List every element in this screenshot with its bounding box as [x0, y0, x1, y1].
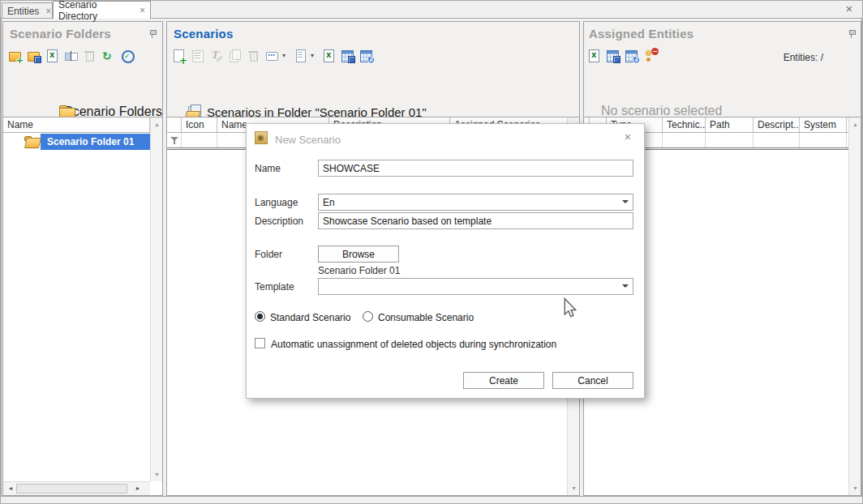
horizontal-scrollbar[interactable]: ◄ ► [3, 481, 150, 495]
standard-scenario-radio[interactable] [255, 311, 265, 322]
convert-document-icon[interactable] [294, 49, 308, 63]
open-folder-icon [24, 136, 39, 147]
name-input[interactable]: SHOWCASE [318, 160, 633, 177]
standard-scenario-label: Standard Scenario [270, 312, 350, 323]
delete-icon [83, 49, 97, 63]
comment-dropdown-icon[interactable]: ▾ [282, 49, 290, 63]
filter-cell[interactable] [754, 133, 800, 147]
tab-entities-label: Entities [7, 6, 39, 17]
comment-icon[interactable] [265, 49, 280, 63]
column-header-description[interactable]: Descript... [754, 117, 800, 132]
entities-path-label: Entities: / [784, 52, 823, 63]
chevron-down-icon[interactable] [622, 200, 629, 203]
delete-icon [247, 49, 261, 63]
mouse-cursor [563, 297, 577, 322]
new-scenario-icon[interactable] [172, 49, 187, 63]
assigned-entities-panel-title: Assigned Entities [589, 27, 693, 41]
scrollbar-thumb[interactable] [16, 484, 127, 493]
template-label: Template [255, 281, 294, 293]
scroll-left-icon[interactable]: ◄ [5, 483, 16, 494]
scroll-up-icon[interactable]: ▲ [151, 118, 162, 130]
new-scenario-dialog: New Scenario × Name SHOWCASE Language En… [246, 123, 645, 399]
filter-cell[interactable] [706, 133, 754, 147]
tab-scenario-directory-close-icon[interactable]: × [140, 6, 145, 15]
pin-icon[interactable] [148, 29, 157, 39]
description-input[interactable]: Showcase Scenario based on template [318, 212, 633, 229]
refresh-table-icon[interactable] [625, 49, 639, 63]
description-label: Description [255, 216, 303, 227]
save-layout-icon[interactable] [341, 49, 355, 63]
scenarios-toolbar: ▾▾ [172, 49, 378, 64]
tab-entities-close-icon[interactable]: × [45, 7, 51, 15]
tree-item-label: Scenario Folder 01 [47, 136, 134, 147]
refresh-table-icon[interactable] [359, 49, 374, 63]
properties-icon [191, 49, 205, 63]
scroll-up-icon[interactable]: ▲ [849, 118, 861, 130]
rename-field-icon[interactable] [64, 49, 79, 63]
copy-icon [228, 49, 243, 63]
language-select[interactable]: En [318, 194, 633, 211]
consumable-scenario-radio[interactable] [363, 311, 373, 322]
tab-scenario-directory[interactable]: Scenario Directory × [53, 1, 151, 19]
scenario-folders-panel: Scenario Folders Scenario Folders Name S… [2, 21, 163, 496]
scenario-folders-toolbar [8, 49, 139, 64]
application-window: Entities × Scenario Directory × × Scenar… [0, 0, 863, 504]
folder-label: Folder [255, 249, 282, 260]
template-select[interactable] [318, 278, 633, 295]
dialog-close-icon[interactable]: × [621, 130, 634, 143]
filter-icon[interactable] [170, 135, 179, 145]
auto-unassignment-checkbox[interactable] [255, 338, 265, 348]
assigned-entities-toolbar [587, 49, 662, 64]
column-header-name[interactable]: Name [3, 117, 150, 132]
consumable-scenario-label: Consumable Scenario [378, 312, 474, 323]
validate-icon[interactable] [120, 49, 135, 63]
dialog-title: New Scenario [275, 134, 341, 146]
column-header-system[interactable]: System [800, 117, 847, 132]
new-folder-icon[interactable] [8, 49, 23, 63]
filter-cell[interactable] [182, 133, 217, 147]
scroll-down-icon[interactable]: ▼ [151, 468, 162, 481]
scenario-folders-panel-title: Scenario Folders [10, 27, 111, 41]
chevron-down-icon[interactable] [622, 284, 629, 288]
scenarios-panel-title: Scenarios [174, 27, 234, 41]
refresh-icon[interactable] [101, 49, 116, 63]
vertical-scrollbar[interactable]: ▲ ▼ [150, 117, 162, 481]
tab-scenario-directory-label: Scenario Directory [58, 0, 133, 22]
dialog-icon [255, 131, 268, 144]
vertical-scrollbar[interactable]: ▲ ▼ [848, 117, 861, 495]
browse-button[interactable]: Browse [318, 246, 399, 263]
document-close-icon[interactable]: × [842, 2, 857, 16]
scroll-down-icon[interactable]: ▼ [849, 482, 861, 494]
language-select-value: En [323, 197, 335, 208]
language-label: Language [255, 197, 298, 208]
filter-cell[interactable] [663, 133, 706, 147]
unassign-entity-icon[interactable] [643, 49, 658, 63]
export-excel-icon[interactable] [587, 49, 602, 63]
convert-document-dropdown-icon[interactable]: ▾ [311, 49, 318, 63]
tab-entities[interactable]: Entities × [2, 2, 53, 19]
scroll-right-icon[interactable]: ► [132, 483, 144, 494]
create-button[interactable]: Create [463, 372, 544, 389]
column-header-icon[interactable]: Icon [182, 117, 217, 132]
edit-description-icon [209, 49, 224, 63]
tree-item-scenario-folder-01[interactable]: Scenario Folder 01 [3, 134, 150, 150]
export-excel-icon[interactable] [45, 49, 60, 63]
save-folder-icon[interactable] [27, 49, 41, 63]
save-layout-icon[interactable] [606, 49, 620, 63]
export-excel-icon[interactable] [322, 49, 337, 63]
folder-tree-grid: Name Scenario Folder 01 ▲ ▼ ◄ ► [3, 117, 162, 495]
column-header-path[interactable]: Path [706, 117, 754, 132]
name-label: Name [255, 163, 281, 174]
filter-cell[interactable] [800, 133, 847, 147]
scroll-down-icon[interactable]: ▼ [568, 482, 579, 494]
pin-icon[interactable] [848, 29, 857, 39]
column-header-technical[interactable]: Technic... [663, 117, 706, 132]
cancel-button[interactable]: Cancel [552, 372, 633, 389]
auto-unassignment-label: Automatic unassignment of deleted object… [271, 339, 556, 350]
folder-value: Scenario Folder 01 [318, 265, 400, 276]
